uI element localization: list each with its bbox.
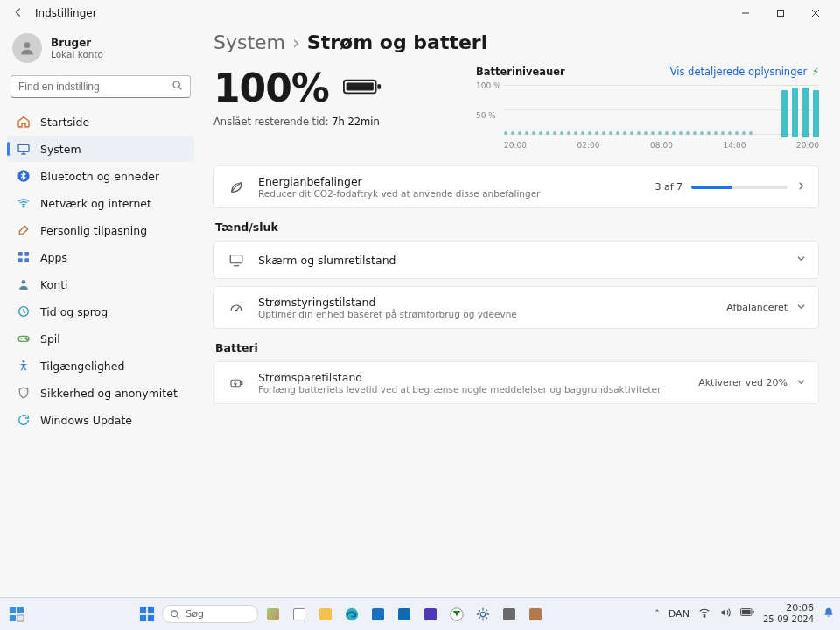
taskbar-taskview[interactable] — [262, 603, 284, 626]
taskbar-app[interactable] — [393, 603, 416, 626]
taskbar-settings[interactable] — [472, 603, 494, 626]
accessibility-icon — [16, 358, 32, 374]
svg-rect-19 — [230, 256, 242, 263]
sidebar-item-label: Sikkerhed og anonymitet — [40, 387, 178, 400]
card-battery-saver[interactable]: Strømsparetilstand Forlæng batteriets le… — [214, 361, 819, 404]
page: System › Strøm og batteri 100% Anslået r… — [201, 26, 840, 597]
sidebar-item-update[interactable]: Windows Update — [7, 407, 194, 433]
battery-icon — [343, 76, 382, 100]
clock-icon — [16, 304, 32, 319]
tray-clock[interactable]: 20:06 25-09-2024 — [763, 603, 814, 624]
titlebar: Indstillinger — [0, 0, 840, 26]
bolt-icon: ⚡ — [812, 66, 819, 78]
account-block[interactable]: Bruger Lokal konto — [7, 32, 194, 70]
card-title: Strømsparetilstand — [258, 371, 686, 384]
taskbar-app[interactable] — [524, 603, 547, 626]
svg-rect-8 — [18, 258, 23, 262]
taskbar-edge[interactable] — [340, 603, 363, 626]
taskbar-explorer[interactable] — [314, 603, 337, 626]
start-button[interactable] — [136, 603, 158, 626]
shield-icon — [16, 385, 32, 401]
chart-ylabel-50: 50 % — [476, 111, 496, 120]
update-icon — [16, 412, 32, 428]
power-mode-value[interactable]: Afbalanceret — [726, 302, 788, 313]
tray-chevron-icon[interactable]: ˄ — [654, 608, 660, 620]
svg-rect-7 — [24, 252, 29, 256]
sidebar-item-security[interactable]: Sikkerhed og anonymitet — [7, 380, 194, 406]
game-icon — [16, 331, 32, 346]
tray-volume-icon[interactable] — [719, 606, 732, 621]
svg-rect-27 — [140, 606, 146, 612]
search-input[interactable] — [18, 80, 172, 93]
taskbar-xbox[interactable] — [445, 603, 468, 626]
card-power-mode[interactable]: Strømstyringstilstand Optimér din enhed … — [214, 286, 819, 329]
card-title: Strømstyringstilstand — [258, 296, 714, 309]
svg-rect-29 — [140, 614, 146, 620]
sidebar-item-label: Personlig tilpasning — [40, 224, 147, 237]
saver-value[interactable]: Aktiverer ved 20% — [698, 377, 788, 388]
svg-rect-22 — [241, 382, 242, 384]
tray-battery-icon[interactable] — [740, 607, 754, 620]
sidebar-item-games[interactable]: Spil — [7, 326, 194, 352]
search-icon — [172, 80, 183, 94]
svg-rect-28 — [148, 606, 154, 612]
maximize-button[interactable] — [763, 0, 798, 26]
sidebar-item-label: Startside — [40, 116, 89, 129]
breadcrumb-root[interactable]: System — [214, 32, 285, 53]
section-power: Tænd/sluk — [215, 220, 819, 234]
search-box[interactable] — [10, 75, 191, 98]
svg-point-34 — [480, 612, 485, 616]
sidebar-item-apps[interactable]: Apps — [7, 244, 194, 270]
sidebar-item-bluetooth[interactable]: Bluetooth og enheder — [7, 163, 194, 189]
chevron-right-icon — [796, 181, 806, 193]
sidebar-item-system[interactable]: System — [7, 136, 194, 162]
taskbar: Søg ˄ DAN 20:06 25-09-2024 — [0, 597, 840, 630]
sidebar-item-personalize[interactable]: Personlig tilpasning — [7, 217, 194, 243]
remaining-label: Anslået resterende tid: — [214, 116, 329, 128]
sidebar-item-label: Konti — [40, 278, 68, 291]
sidebar-item-network[interactable]: Netværk og internet — [7, 190, 194, 216]
chart-details-link[interactable]: Vis detaljerede oplysninger ⚡ — [670, 66, 819, 78]
sidebar-item-label: Netværk og internet — [40, 197, 151, 210]
minimize-button[interactable] — [728, 0, 763, 26]
close-button[interactable] — [798, 0, 833, 26]
taskbar-search[interactable]: Søg — [162, 605, 258, 623]
tray-language[interactable]: DAN — [668, 608, 690, 620]
leaf-icon — [227, 178, 246, 197]
svg-rect-26 — [18, 614, 24, 620]
svg-point-14 — [26, 339, 27, 340]
sidebar-item-accessibility[interactable]: Tilgængelighed — [7, 353, 194, 379]
sidebar-item-label: System — [40, 143, 81, 156]
content: Bruger Lokal konto Startside System Blue… — [0, 26, 840, 597]
sidebar-item-label: Bluetooth og enheder — [40, 170, 159, 183]
sidebar-item-home[interactable]: Startside — [7, 108, 194, 135]
window-title: Indstillinger — [35, 7, 97, 19]
saver-icon — [227, 374, 246, 393]
sidebar-item-label: Apps — [40, 251, 67, 264]
svg-point-1 — [24, 42, 31, 48]
page-title: Strøm og batteri — [307, 32, 487, 53]
back-button[interactable] — [7, 6, 30, 21]
taskbar-widgets[interactable] — [5, 603, 28, 626]
taskbar-app[interactable] — [498, 603, 521, 626]
section-battery: Batteri — [215, 341, 819, 354]
card-screen-sleep[interactable]: Skærm og slumretilstand — [214, 241, 819, 279]
chevron-down-icon — [796, 254, 806, 266]
sidebar-item-time[interactable]: Tid og sprog — [7, 298, 194, 325]
taskbar-app[interactable] — [288, 603, 311, 626]
tray-network-icon[interactable] — [698, 606, 710, 621]
svg-rect-9 — [24, 258, 29, 262]
sidebar-item-accounts[interactable]: Konti — [7, 271, 194, 298]
svg-rect-6 — [18, 252, 23, 256]
energy-count: 3 af 7 — [654, 181, 682, 192]
brush-icon — [16, 222, 32, 238]
svg-point-20 — [235, 310, 237, 312]
taskbar-search-label: Søg — [186, 608, 204, 620]
taskbar-app[interactable] — [419, 603, 442, 626]
tray-notifications-icon[interactable] — [822, 606, 835, 621]
bluetooth-icon — [16, 168, 32, 184]
chevron-down-icon — [796, 377, 806, 389]
battery-percentage: 100% — [214, 66, 329, 110]
taskbar-store[interactable] — [367, 603, 389, 626]
card-energy[interactable]: Energianbefalinger Reducer dit CO2-fodaf… — [214, 165, 819, 208]
